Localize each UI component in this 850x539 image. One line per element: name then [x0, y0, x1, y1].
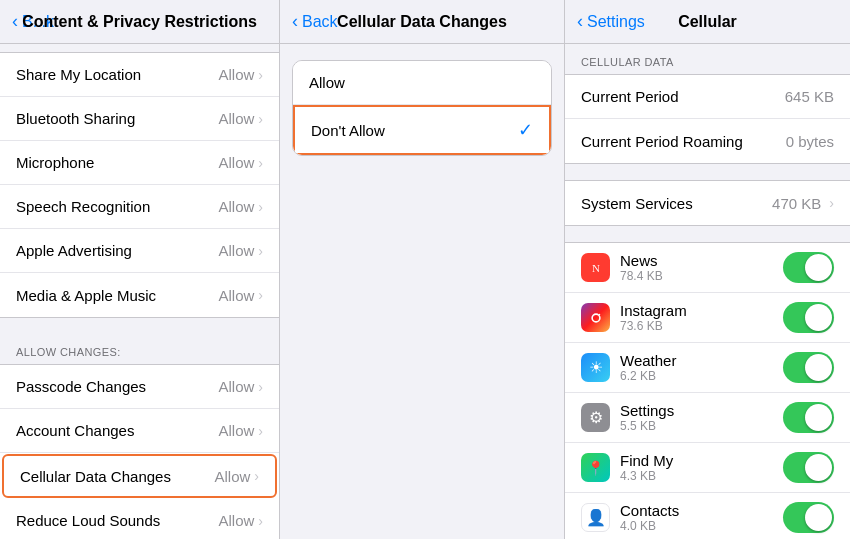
- toggle-weather[interactable]: [783, 352, 834, 383]
- system-services-value: 470 KB: [772, 195, 821, 212]
- chevron-right-icon: ›: [258, 423, 263, 439]
- app-name: Find My: [620, 452, 673, 469]
- option-allow[interactable]: Allow: [293, 61, 551, 105]
- option-dont-allow[interactable]: Don't Allow ✓: [293, 105, 551, 155]
- toggle-settings[interactable]: [783, 402, 834, 433]
- row-value: Allow: [218, 154, 254, 171]
- app-name: Instagram: [620, 302, 687, 319]
- app-size: 5.5 KB: [620, 419, 674, 433]
- row-speech-recognition[interactable]: Speech Recognition Allow ›: [0, 185, 279, 229]
- chevron-right-icon: ›: [258, 243, 263, 259]
- row-value: Allow: [218, 512, 254, 529]
- toggle-instagram[interactable]: [783, 302, 834, 333]
- cellular-data-section-header: CELLULAR DATA: [565, 44, 850, 74]
- panel3-navbar: ‹ Settings Cellular: [565, 0, 850, 44]
- row-label: Share My Location: [16, 66, 141, 83]
- instagram-app-icon: [581, 303, 610, 332]
- app-name: Contacts: [620, 502, 679, 519]
- chevron-right-icon: ›: [829, 195, 834, 211]
- row-cellular-data-changes[interactable]: Cellular Data Changes Allow ›: [2, 454, 277, 498]
- app-row-weather[interactable]: ☀ Weather 6.2 KB: [565, 343, 850, 393]
- toggle-news[interactable]: [783, 252, 834, 283]
- row-value: Allow: [218, 110, 254, 127]
- app-size: 4.0 KB: [620, 519, 679, 533]
- panel2-options-content: Allow Don't Allow ✓: [280, 44, 564, 539]
- chevron-left-icon: ‹: [577, 11, 583, 32]
- panel-content-privacy: ‹ B...k Content & Privacy Restrictions S…: [0, 0, 280, 539]
- toggle-contacts[interactable]: [783, 502, 834, 533]
- row-apple-advertising[interactable]: Apple Advertising Allow ›: [0, 229, 279, 273]
- chevron-left-icon: ‹: [292, 11, 298, 32]
- row-label: Apple Advertising: [16, 242, 132, 259]
- panel1-navbar: ‹ B...k Content & Privacy Restrictions: [0, 0, 279, 44]
- row-share-location[interactable]: Share My Location Allow ›: [0, 53, 279, 97]
- chevron-right-icon: ›: [258, 67, 263, 83]
- chevron-left-icon: ‹: [12, 11, 18, 32]
- findmy-app-icon: 📍: [581, 453, 610, 482]
- app-name: Weather: [620, 352, 676, 369]
- app-size: 78.4 KB: [620, 269, 663, 283]
- row-label: Passcode Changes: [16, 378, 146, 395]
- app-row-findmy[interactable]: 📍 Find My 4.3 KB: [565, 443, 850, 493]
- chevron-right-icon: ›: [258, 111, 263, 127]
- row-reduce-loud-sounds[interactable]: Reduce Loud Sounds Allow ›: [0, 499, 279, 539]
- row-value: Allow: [214, 468, 250, 485]
- svg-point-2: [592, 314, 600, 322]
- toggle-findmy[interactable]: [783, 452, 834, 483]
- chevron-right-icon: ›: [258, 379, 263, 395]
- allow-changes-header: ALLOW CHANGES:: [0, 334, 279, 364]
- chevron-right-icon: ›: [258, 155, 263, 171]
- app-row-settings[interactable]: ⚙ Settings 5.5 KB: [565, 393, 850, 443]
- row-value: Allow: [218, 198, 254, 215]
- weather-app-icon: ☀: [581, 353, 610, 382]
- panel3-apps-group: N News 78.4 KB In: [565, 242, 850, 539]
- panel1-top-group: Share My Location Allow › Bluetooth Shar…: [0, 52, 279, 318]
- row-label: Speech Recognition: [16, 198, 150, 215]
- panel3-back-button[interactable]: ‹ Settings: [577, 11, 645, 32]
- row-label: Media & Apple Music: [16, 287, 156, 304]
- row-media-apple-music[interactable]: Media & Apple Music Allow ›: [0, 273, 279, 317]
- row-bluetooth-sharing[interactable]: Bluetooth Sharing Allow ›: [0, 97, 279, 141]
- row-system-services[interactable]: System Services 470 KB ›: [565, 181, 850, 225]
- panel-cellular: ‹ Settings Cellular CELLULAR DATA Curren…: [565, 0, 850, 539]
- row-value: Allow: [218, 242, 254, 259]
- row-value: Allow: [218, 422, 254, 439]
- chevron-right-icon: ›: [258, 199, 263, 215]
- row-label: Reduce Loud Sounds: [16, 512, 160, 529]
- row-account-changes[interactable]: Account Changes Allow ›: [0, 409, 279, 453]
- panel1-settings-list: Share My Location Allow › Bluetooth Shar…: [0, 44, 279, 539]
- row-current-period-roaming: Current Period Roaming 0 bytes: [565, 119, 850, 163]
- panel2-back-label: Back: [302, 13, 338, 31]
- checkmark-icon: ✓: [518, 119, 533, 141]
- chevron-right-icon: ›: [254, 468, 259, 484]
- panel3-top-group: Current Period 645 KB Current Period Roa…: [565, 74, 850, 164]
- option-label: Allow: [309, 74, 345, 91]
- svg-point-3: [598, 313, 600, 315]
- row-label: Microphone: [16, 154, 94, 171]
- row-microphone[interactable]: Microphone Allow ›: [0, 141, 279, 185]
- row-current-period: Current Period 645 KB: [565, 75, 850, 119]
- panel3-cellular-list: CELLULAR DATA Current Period 645 KB Curr…: [565, 44, 850, 539]
- app-row-instagram[interactable]: Instagram 73.6 KB: [565, 293, 850, 343]
- row-label: Current Period: [581, 88, 679, 105]
- news-app-icon: N: [581, 253, 610, 282]
- panel2-back-button[interactable]: ‹ Back: [292, 11, 338, 32]
- panel3-system-services-group: System Services 470 KB ›: [565, 180, 850, 226]
- cellular-data-options-group: Allow Don't Allow ✓: [292, 60, 552, 156]
- row-value: Allow: [218, 378, 254, 395]
- svg-text:N: N: [592, 262, 600, 274]
- panel1-changes-group: Passcode Changes Allow › Account Changes…: [0, 364, 279, 539]
- contacts-app-icon: 👤: [581, 503, 610, 532]
- row-passcode-changes[interactable]: Passcode Changes Allow ›: [0, 365, 279, 409]
- app-row-news[interactable]: N News 78.4 KB: [565, 243, 850, 293]
- app-size: 73.6 KB: [620, 319, 687, 333]
- chevron-right-icon: ›: [258, 513, 263, 529]
- panel-cellular-data-changes: ‹ Back Cellular Data Changes Allow Don't…: [280, 0, 565, 539]
- panel3-title: Cellular: [678, 13, 737, 31]
- panel1-title: Content & Privacy Restrictions: [22, 13, 257, 31]
- row-label: Cellular Data Changes: [20, 468, 171, 485]
- panel2-navbar: ‹ Back Cellular Data Changes: [280, 0, 564, 44]
- app-name: News: [620, 252, 663, 269]
- app-row-contacts[interactable]: 👤 Contacts 4.0 KB: [565, 493, 850, 539]
- row-label: Current Period Roaming: [581, 133, 743, 150]
